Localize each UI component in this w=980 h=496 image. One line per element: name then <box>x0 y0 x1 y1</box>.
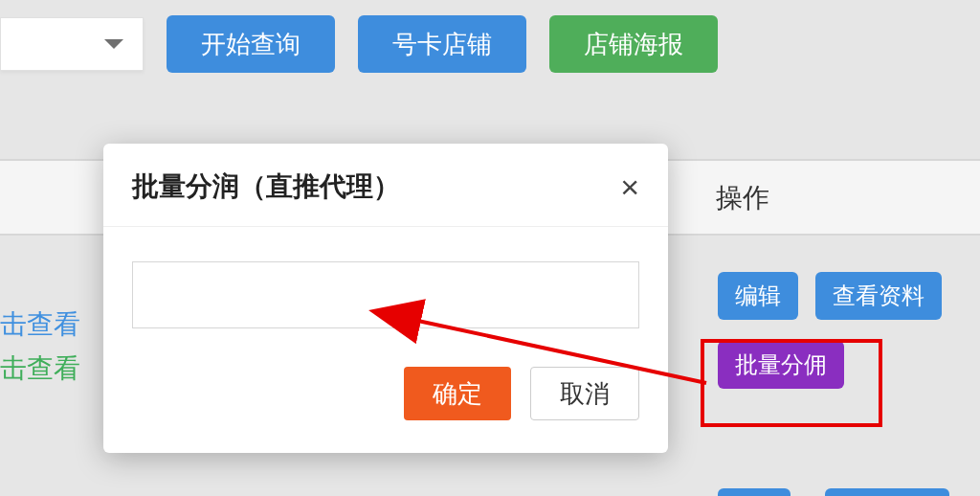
modal-title: 批量分润（直推代理） <box>132 169 400 205</box>
edit-button[interactable]: 编辑 <box>718 272 798 320</box>
card-shop-button[interactable]: 号卡店铺 <box>358 15 526 73</box>
start-query-button[interactable]: 开始查询 <box>167 15 335 73</box>
close-icon[interactable]: × <box>620 170 639 203</box>
cancel-button[interactable]: 取消 <box>530 367 639 420</box>
modal-body <box>103 227 668 357</box>
modal-footer: 确定 取消 <box>103 357 668 453</box>
confirm-button[interactable]: 确定 <box>404 367 511 420</box>
view-profile-button[interactable]: 查看资料 <box>815 272 942 320</box>
row-action-line-1: 编辑 查看资料 <box>718 272 942 320</box>
batch-profit-modal: 批量分润（直推代理） × 确定 取消 <box>103 144 668 453</box>
filter-dropdown[interactable] <box>0 17 144 71</box>
annotation-highlight-box <box>701 339 882 427</box>
column-header-operations: 操作 <box>716 180 769 216</box>
view-link-2[interactable]: 击查看 <box>0 350 80 387</box>
view-link-1[interactable]: 击查看 <box>0 306 80 343</box>
modal-header: 批量分润（直推代理） × <box>103 144 668 227</box>
partial-button-1 <box>718 488 791 496</box>
shop-poster-button[interactable]: 店铺海报 <box>549 15 718 73</box>
chevron-down-icon <box>104 39 123 49</box>
batch-profit-input[interactable] <box>132 261 639 328</box>
toolbar-row: 开始查询 号卡店铺 店铺海报 <box>0 15 718 73</box>
partial-button-2 <box>825 488 949 496</box>
